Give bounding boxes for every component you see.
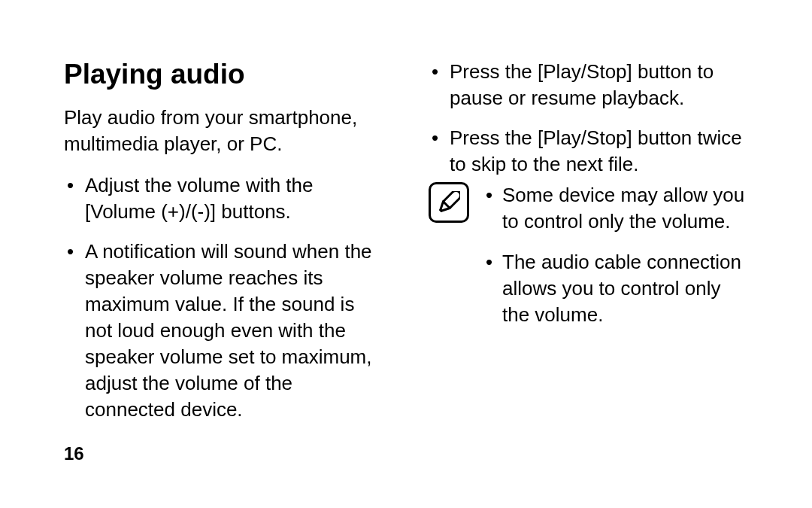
list-item: Adjust the volume with the [Volume (+)/(… xyxy=(64,172,383,225)
note-block: Some device may allow you to control onl… xyxy=(429,182,748,341)
section-heading: Playing audio xyxy=(64,59,383,91)
list-item: A notification will sound when the speak… xyxy=(64,239,383,424)
text-columns: Playing audio Play audio from your smart… xyxy=(64,59,748,424)
manual-page: Playing audio Play audio from your smart… xyxy=(0,0,812,508)
page-number: 16 xyxy=(64,443,84,464)
pencil-note-icon xyxy=(429,182,469,223)
note-bullet-list: Some device may allow you to control onl… xyxy=(483,182,748,341)
list-item: Some device may allow you to control onl… xyxy=(483,182,748,235)
list-item: Press the [Play/Stop] button twice to sk… xyxy=(429,125,748,178)
intro-paragraph: Play audio from your smartphone, multime… xyxy=(64,105,383,157)
list-item: Press the [Play/Stop] button to pause or… xyxy=(429,59,748,111)
list-item: The audio cable connection allows you to… xyxy=(483,249,748,328)
